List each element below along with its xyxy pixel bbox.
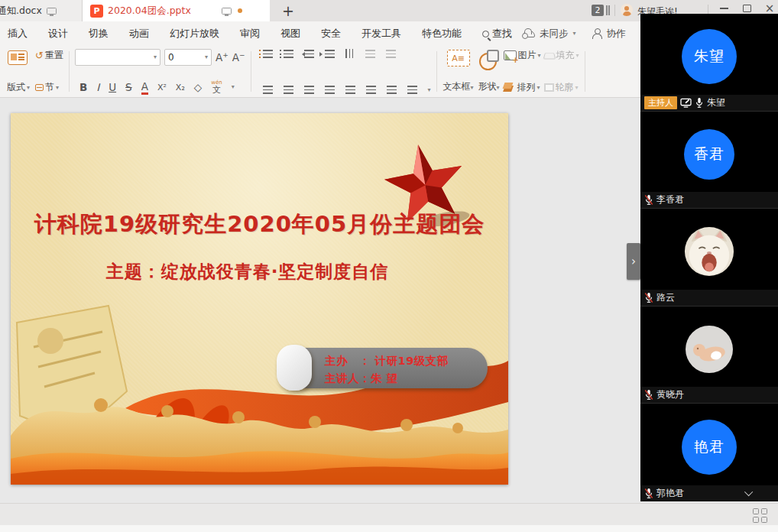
align-right-icon[interactable]	[304, 86, 314, 94]
row-spacing-icon[interactable]	[387, 86, 397, 94]
reset-button[interactable]: ↺ 重置	[35, 49, 63, 62]
app-window: 通知.docx P 2020.04团会.pptx + 2 朱望毛诶! × 插入 …	[0, 0, 778, 532]
menu-slideshow[interactable]: 幻灯片放映	[170, 27, 219, 41]
menu-features[interactable]: 特色功能	[422, 27, 462, 41]
clear-format-icon[interactable]: ◇	[194, 81, 202, 93]
outline-button[interactable]: 轮廓▾	[544, 81, 579, 94]
new-tab-button[interactable]: +	[277, 0, 300, 21]
strikethrough-button[interactable]: S	[125, 81, 132, 93]
align-center-icon[interactable]	[284, 86, 293, 94]
menu-devtools[interactable]: 开发工具	[361, 27, 401, 41]
section-icon	[35, 84, 44, 91]
participant-tile-3[interactable]: 路云	[640, 209, 778, 307]
increase-font-button[interactable]: A	[216, 51, 229, 63]
decrease-font-button[interactable]: A	[232, 51, 245, 63]
picture-button[interactable]: 图片▾	[504, 49, 541, 62]
wps-presentation-icon: P	[90, 5, 103, 18]
line-spacing-icon[interactable]	[407, 86, 417, 94]
participant-name: 朱望	[707, 96, 725, 109]
merge-shapes-icon[interactable]	[386, 50, 396, 58]
tab-document-pptx-active[interactable]: P 2020.04团会.pptx	[83, 0, 270, 21]
insert-group: 图片▾ 排列▾	[502, 48, 543, 95]
text-direction-icon[interactable]	[345, 49, 355, 58]
superscript-button[interactable]: X²	[157, 83, 167, 92]
menu-animation[interactable]: 动画	[129, 27, 149, 41]
panel-expand-handle[interactable]: ›	[627, 243, 640, 280]
slide-subtitle-text[interactable]: 主题：绽放战役青春·坚定制度自信	[11, 260, 496, 284]
participant-tile-1[interactable]: 朱望 主持人 朱望	[640, 14, 778, 112]
collaborate-button[interactable]: 协作	[607, 28, 626, 41]
fill-icon	[543, 53, 556, 60]
increase-indent-icon[interactable]	[325, 50, 335, 58]
mic-muted-icon	[644, 389, 653, 401]
participant-tile-4[interactable]: 黄晓丹	[640, 307, 778, 404]
underline-button[interactable]: U	[109, 81, 116, 93]
section-button[interactable]: 节▾	[35, 81, 63, 94]
slide-layout-icon[interactable]	[8, 50, 28, 65]
menu-insert[interactable]: 插入	[8, 27, 28, 41]
slide-title-text[interactable]: 计科院19级研究生2020年05月份主题团会	[11, 209, 508, 240]
shapes-button[interactable]: 形状▾	[476, 48, 502, 95]
align-left-icon[interactable]	[263, 86, 273, 94]
sync-status[interactable]: 未同步	[540, 28, 569, 41]
numbered-list-icon[interactable]	[284, 50, 293, 58]
fill-button[interactable]: 填充▾	[544, 49, 579, 62]
mouse-shape-decoration	[277, 345, 312, 391]
textbox-icon: A≡	[447, 50, 470, 66]
cat-photo-avatar	[683, 225, 735, 277]
menu-security[interactable]: 安全	[321, 27, 341, 41]
menu-review[interactable]: 审阅	[240, 27, 260, 41]
screen-share-icon	[680, 98, 692, 108]
outline-icon	[544, 83, 554, 92]
screen-cast-icon	[222, 8, 232, 15]
style-group: 填充▾ 轮廓▾	[543, 48, 581, 95]
participant-label-bar: 黄晓丹	[640, 387, 778, 403]
menu-view[interactable]: 视图	[280, 27, 300, 41]
decrease-indent-icon[interactable]	[304, 50, 314, 58]
host-badge: 主持人	[644, 96, 677, 109]
participant-tile-2[interactable]: 香君 李香君	[640, 112, 778, 209]
font-color-button[interactable]: A	[141, 80, 148, 94]
info-capsule[interactable]: 主办 ： 计研19级支部 主讲人：朱 望	[279, 348, 488, 388]
mic-on-icon	[695, 97, 704, 109]
divider	[614, 5, 615, 16]
column-spacing-icon[interactable]	[366, 86, 376, 94]
menu-design[interactable]: 设计	[48, 27, 68, 41]
participant-name: 郭艳君	[656, 487, 684, 500]
tab-document-docx[interactable]: 通知.docx	[0, 0, 83, 21]
arrange-icon	[504, 83, 516, 93]
reset-section-group: ↺ 重置 节▾	[34, 48, 65, 95]
user-avatar[interactable]	[621, 4, 633, 16]
font-name-select[interactable]: ▾	[75, 49, 160, 66]
document-count-badge[interactable]: 2	[592, 5, 604, 16]
font-group: ▾ 0▾ A A B I U S A X² X₂ ◇ wén 文	[73, 48, 247, 95]
tab-label: 2020.04团会.pptx	[108, 5, 191, 18]
baby-photo-avatar	[685, 325, 734, 374]
collapse-panel-chevron-icon[interactable]	[744, 488, 753, 496]
participant-label-bar: 郭艳君	[640, 485, 778, 501]
participant-tile-5[interactable]: 艳君 郭艳君	[640, 404, 778, 501]
layout-button[interactable]: 版式▾	[7, 81, 30, 94]
placeholder-icon[interactable]	[365, 50, 375, 58]
view-switcher-grid-icon[interactable]	[753, 508, 767, 523]
menu-transitions[interactable]: 切换	[89, 27, 109, 41]
arrange-button[interactable]: 排列▾	[504, 81, 541, 94]
italic-button[interactable]: I	[96, 81, 99, 93]
layout-group: 版式▾	[3, 48, 34, 95]
menu-find[interactable]: 查找	[482, 27, 512, 41]
slide-canvas[interactable]: 计科院19级研究生2020年05月份主题团会 主题：绽放战役青春·坚定制度自信 …	[11, 113, 508, 485]
picture-icon	[504, 50, 517, 60]
font-size-select[interactable]: 0▾	[164, 49, 212, 66]
avatar: 香君	[684, 129, 734, 180]
distribute-icon[interactable]	[345, 86, 355, 94]
subscript-button[interactable]: X₂	[176, 83, 185, 92]
justify-icon[interactable]	[325, 86, 335, 94]
pinyin-guide-button[interactable]: wén 文	[211, 80, 222, 94]
slide-artwork	[11, 301, 508, 485]
avatar: 艳君	[682, 420, 737, 475]
bullet-list-icon[interactable]	[263, 50, 273, 58]
bold-button[interactable]: B	[79, 81, 87, 93]
textbox-button[interactable]: A≡ 文本框▾	[441, 48, 476, 95]
paragraph-group: ▾	[255, 48, 433, 95]
participant-label-bar: 路云	[640, 290, 778, 306]
